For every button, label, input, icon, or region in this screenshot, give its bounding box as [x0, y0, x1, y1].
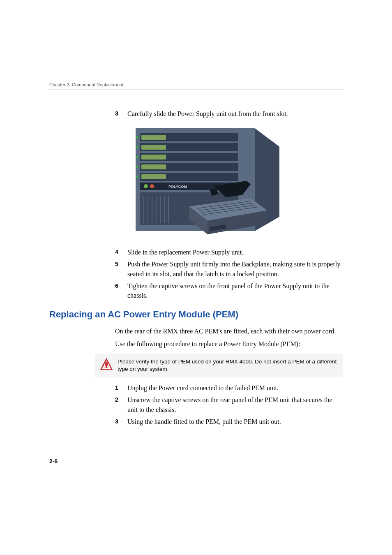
step-item: 1Unplug the Power cord connected to the … [115, 383, 343, 393]
steps-group-b: 4Slide in the replacement Power Supply u… [115, 247, 343, 300]
step-item: 3Using the handle fitted to the PEM, pul… [115, 417, 343, 426]
step-text: Carefully slide the Power Supply unit ou… [127, 109, 343, 118]
figure-brand-label: POLYCOM [168, 185, 187, 189]
steps-group-a: 3Carefully slide the Power Supply unit o… [115, 109, 343, 118]
svg-point-16 [136, 176, 138, 178]
main-content: 3Carefully slide the Power Supply unit o… [115, 109, 343, 426]
step-text: Using the handle fitted to the PEM, pull… [127, 417, 343, 426]
step-text: Tighten the captive screws on the front … [127, 281, 343, 300]
warning-note-text: Please verify the type of PEM used on yo… [118, 358, 338, 374]
svg-point-15 [136, 166, 138, 168]
step-item: 5Push the Power Supply unit firmly into … [115, 259, 343, 278]
step-item: 6Tighten the captive screws on the front… [115, 281, 343, 300]
step-item: 2Unscrew the captive screws on the rear … [115, 395, 343, 414]
svg-point-19 [150, 184, 154, 188]
svg-rect-8 [141, 145, 166, 150]
step-text: Push the Power Supply unit firmly into t… [127, 259, 343, 278]
step-text: Unplug the Power cord connected to the f… [127, 383, 343, 393]
chassis-figure: POLYCOM [127, 124, 292, 239]
svg-point-12 [136, 136, 138, 139]
step-number: 6 [115, 281, 127, 290]
svg-rect-10 [141, 164, 166, 169]
step-number: 2 [115, 395, 127, 404]
warning-icon [99, 357, 113, 371]
intro-paragraph: Use the following procedure to replace a… [115, 339, 343, 349]
step-number: 5 [115, 259, 127, 268]
steps-group-c: 1Unplug the Power cord connected to the … [115, 383, 343, 426]
step-number: 3 [115, 417, 127, 426]
section-heading: Replacing an AC Power Entry Module (PEM) [49, 309, 343, 320]
page: Chapter 2- Component Replacement 3Carefu… [0, 0, 392, 426]
running-header: Chapter 2- Component Replacement [49, 82, 343, 87]
chassis-illustration: POLYCOM [127, 124, 292, 239]
step-number: 1 [115, 383, 127, 392]
intro-paragraph: On the rear of the RMX three AC PEM's ar… [115, 326, 343, 336]
svg-rect-7 [141, 135, 166, 140]
step-number: 4 [115, 247, 127, 256]
svg-rect-11 [141, 174, 166, 179]
svg-point-13 [136, 146, 138, 148]
step-number: 3 [115, 109, 127, 118]
header-rule [49, 90, 343, 90]
warning-note: Please verify the type of PEM used on yo… [95, 354, 343, 378]
step-text: Unscrew the captive screws on the rear p… [127, 395, 343, 414]
step-item: 3Carefully slide the Power Supply unit o… [115, 109, 343, 118]
page-number: 2-6 [49, 458, 58, 465]
svg-point-18 [144, 184, 148, 188]
intro-paragraphs: On the rear of the RMX three AC PEM's ar… [115, 326, 343, 349]
step-item: 4Slide in the replacement Power Supply u… [115, 247, 343, 257]
step-text: Slide in the replacement Power Supply un… [127, 247, 343, 257]
svg-rect-9 [141, 155, 166, 160]
svg-point-14 [136, 156, 138, 158]
